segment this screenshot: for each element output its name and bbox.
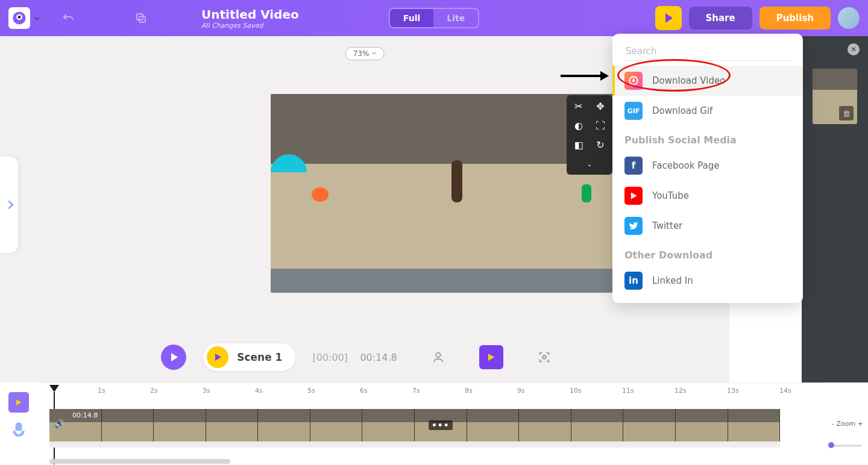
scene-thumbnail-icon[interactable] [479,345,503,369]
contrast-icon[interactable]: ◐ [571,118,586,133]
play-button[interactable] [161,345,186,370]
twitter-label: Twitter [652,220,682,231]
facebook-item[interactable]: f Facebook Page [612,151,803,181]
save-status: All Changes Saved [201,22,299,30]
app-logo[interactable] [8,7,30,29]
left-drawer-toggle[interactable] [0,157,18,253]
speaker-icon[interactable]: 🔊 [54,419,64,428]
timeline-left-tools [0,382,37,465]
video-track[interactable]: 🔊 00:14.8 ••• [49,409,780,442]
ruler-tick: 3s [203,387,210,395]
align-icon[interactable]: ◧ [571,137,586,152]
timeline-clip[interactable] [102,409,154,442]
cut-icon[interactable]: ✂ [571,99,586,113]
ruler-tick: 12s [675,387,687,395]
download-video-icon [624,72,643,90]
download-gif-item[interactable]: GIF Download Gif [612,96,803,126]
download-video-item[interactable]: Download Video [612,66,803,96]
ruler-tick: 14s [779,387,791,395]
crop-icon[interactable]: ⛶ [593,118,608,133]
timeline-main[interactable]: 1s2s3s4s5s6s7s8s9s10s11s12s13s14s 🔊 00:1… [37,382,827,465]
video-title[interactable]: Untitled Video [201,7,299,22]
move-icon[interactable]: ✥ [593,99,608,113]
facebook-label: Facebook Page [652,160,720,171]
linkedin-item[interactable]: in Linked In [612,266,803,296]
twitter-item[interactable]: Twitter [612,211,803,241]
ruler-tick: 9s [517,387,525,395]
zoom-slider[interactable] [828,445,862,447]
undo-button[interactable] [57,6,81,30]
ruler-tick: 4s [255,387,263,395]
ruler-tick: 13s [727,387,739,395]
youtube-label: YouTube [652,190,689,201]
clip-menu-icon[interactable]: ••• [429,420,453,430]
download-gif-label: Download Gif [652,105,712,116]
timeline-clip[interactable]: ••• [415,409,467,442]
twitter-icon [624,217,643,235]
ruler-tick: 5s [307,387,315,395]
scene-label: Scene 1 [237,351,282,363]
logo-dropdown-icon[interactable] [34,13,40,24]
social-section-header: Publish Social Media [612,126,803,151]
timeline-clip[interactable] [623,409,676,442]
timeline-clip[interactable] [310,409,363,442]
timeline-scrollbar[interactable] [49,459,230,464]
dropdown-search-input[interactable] [624,42,791,61]
audio-track[interactable] [49,442,780,448]
delete-scene-icon[interactable]: 🗑 [839,106,854,120]
youtube-icon [624,187,643,205]
linkedin-icon: in [624,272,643,290]
camera-focus-icon[interactable] [533,346,555,368]
timeline-clip[interactable] [362,409,415,442]
mode-full-tab[interactable]: Full [390,9,433,27]
scene-play-icon [207,346,228,368]
timeline-clip[interactable] [258,409,310,442]
mode-toggle: Full Lite [389,8,479,28]
other-section-header: Other Download [612,241,803,266]
selection-toolbar: ✂ ✥ ◐ ⛶ ◧ ↻ ⌄ [567,95,612,175]
ruler-tick: 2s [150,387,158,395]
timeline-video-icon[interactable] [8,392,29,413]
copy-button[interactable] [129,6,153,30]
scene-selector[interactable]: Scene 1 [203,343,295,371]
title-block: Untitled Video All Changes Saved [201,7,299,30]
expand-toolbar-icon[interactable]: ⌄ [582,157,597,171]
microphone-icon[interactable] [11,421,27,440]
scene-thumbnail[interactable]: 🗑 [813,69,857,124]
zoom-label[interactable]: - Zoom + [832,420,863,428]
rotate-icon[interactable]: ↻ [593,137,608,152]
zoom-percent-dropdown[interactable]: 73% [345,47,385,60]
timeline-ruler[interactable]: 1s2s3s4s5s6s7s8s9s10s11s12s13s14s [37,382,827,398]
ruler-tick: 6s [360,387,368,395]
download-video-label: Download Video [652,75,725,86]
preview-play-button[interactable] [655,6,682,30]
svg-point-6 [542,355,546,359]
share-button[interactable]: Share [689,7,752,30]
svg-point-5 [436,353,440,357]
publish-dropdown: Download Video GIF Download Gif Publish … [612,34,803,303]
time-total: 00:14.8 [360,352,397,363]
timecode: [00:00] 00:14.8 [312,352,397,363]
playhead[interactable] [49,385,59,392]
timeline-clip[interactable] [676,409,728,442]
timeline-clip[interactable] [206,409,259,442]
timeline-clip[interactable] [728,409,780,442]
clip-duration: 00:14.8 [72,411,98,419]
time-current: [00:00] [312,352,348,363]
timeline-panel: 1s2s3s4s5s6s7s8s9s10s11s12s13s14s 🔊 00:1… [0,382,868,465]
character-icon[interactable] [427,346,449,368]
playback-controls: Scene 1 [00:00] 00:14.8 [0,334,729,381]
timeline-clip[interactable] [467,409,520,442]
user-avatar[interactable] [838,7,860,29]
publish-button[interactable]: Publish [760,7,831,30]
ruler-tick: 8s [465,387,473,395]
right-panel: ✕ 🗑 [802,36,868,382]
youtube-item[interactable]: YouTube [612,181,803,211]
timeline-clip[interactable] [571,409,624,442]
mode-lite-tab[interactable]: Lite [433,9,478,27]
timeline-clip[interactable] [519,409,571,442]
close-panel-icon[interactable]: ✕ [848,43,860,55]
facebook-icon: f [624,157,643,175]
zoom-value: 73% [353,49,370,58]
timeline-clip[interactable] [154,409,206,442]
